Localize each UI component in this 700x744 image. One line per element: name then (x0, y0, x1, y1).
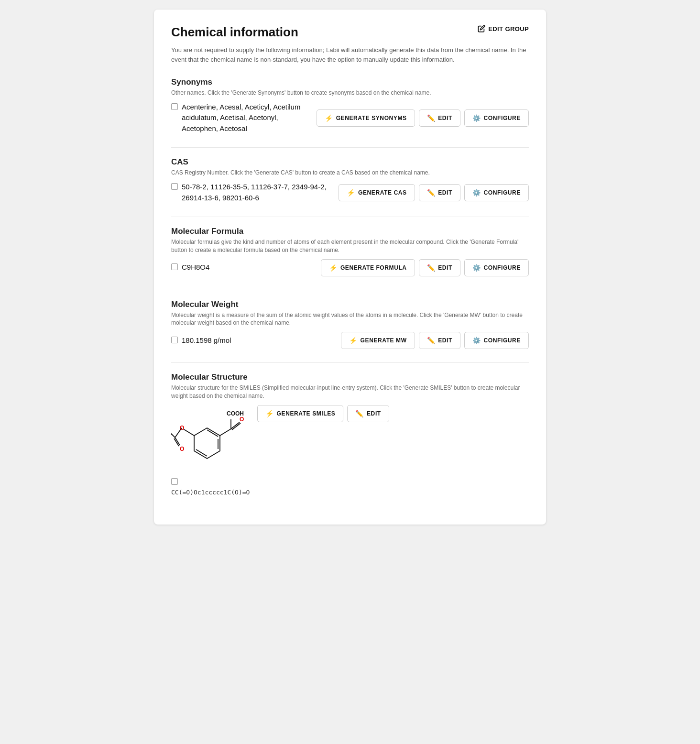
svg-line-4 (220, 429, 231, 436)
molecular-weight-title: Molecular Weight (171, 300, 529, 309)
generate-smiles-button[interactable]: ⚡ GENERATE SMILES (257, 405, 343, 422)
molecular-formula-section: Molecular Formula Molecular formulas giv… (171, 227, 529, 276)
smiles-checkbox-row (171, 477, 529, 485)
synonyms-value-area: Acenterine, Acesal, Aceticyl, Acetilum a… (171, 102, 312, 134)
molecular-formula-edit-button[interactable]: ✏️ EDIT (419, 259, 460, 276)
generate-synonyms-button[interactable]: ⚡ GENERATE SYNONYMS (317, 109, 415, 127)
lightning-icon: ⚡ (347, 189, 355, 197)
aspirin-structure-svg: O COOH O O (171, 405, 248, 472)
cas-row: 50-78-2, 11126-35-5, 11126-37-7, 2349-94… (171, 182, 529, 203)
molecular-formula-value-area: C9H8O4 (171, 262, 316, 273)
synonyms-edit-button[interactable]: ✏️ EDIT (419, 109, 460, 127)
divider-4 (171, 362, 529, 363)
divider-3 (171, 290, 529, 290)
molecular-structure-content: O COOH O O (171, 405, 529, 474)
cas-value-area: 50-78-2, 11126-35-5, 11126-37-7, 2349-94… (171, 182, 334, 203)
smiles-value: CC(=O)Oc1ccccc1C(O)=O (171, 489, 529, 496)
edit-icon: ✏️ (355, 410, 364, 417)
molecular-formula-title: Molecular Formula (171, 227, 529, 236)
divider-1 (171, 147, 529, 148)
gear-icon: ⚙️ (472, 189, 481, 197)
structure-image: O COOH O O (171, 405, 248, 474)
molecular-structure-checkbox[interactable] (171, 478, 178, 485)
molecular-weight-checkbox[interactable] (171, 337, 178, 343)
synonyms-title: Synonyms (171, 77, 529, 87)
svg-line-6 (232, 423, 241, 430)
edit-icon: ✏️ (427, 114, 436, 122)
edit-icon: ✏️ (427, 264, 436, 272)
molecular-formula-description: Molecular formulas give the kind and num… (171, 238, 529, 254)
generate-formula-button[interactable]: ⚡ GENERATE FORMULA (321, 259, 415, 276)
page-subtitle: You are not required to supply the follo… (171, 45, 529, 64)
cas-description: CAS Registry Number. Click the 'Generate… (171, 169, 529, 177)
synonyms-row: Acenterine, Acesal, Aceticyl, Acetilum a… (171, 102, 529, 134)
generate-mw-button[interactable]: ⚡ GENERATE MW (341, 332, 415, 349)
gear-icon: ⚙️ (472, 114, 481, 122)
generate-cas-button[interactable]: ⚡ GENERATE CAS (339, 184, 415, 201)
molecular-weight-edit-button[interactable]: ✏️ EDIT (419, 332, 460, 349)
gear-icon: ⚙️ (472, 337, 481, 344)
molecular-weight-configure-button[interactable]: ⚙️ CONFIGURE (464, 332, 529, 349)
molecular-formula-row: C9H8O4 ⚡ GENERATE FORMULA ✏️ EDIT ⚙️ CON… (171, 259, 529, 276)
svg-marker-0 (194, 428, 220, 459)
svg-line-16 (171, 432, 175, 438)
synonyms-section: Synonyms Other names. Click the 'Generat… (171, 77, 529, 134)
svg-text:O: O (180, 446, 184, 452)
svg-line-12 (175, 428, 182, 438)
molecular-weight-value: 180.1598 g/mol (182, 335, 336, 346)
synonyms-value: Acenterine, Acesal, Aceticyl, Acetilum a… (182, 102, 312, 134)
cas-edit-button[interactable]: ✏️ EDIT (419, 184, 460, 201)
svg-text:O: O (240, 416, 244, 423)
cas-checkbox[interactable] (171, 183, 178, 190)
gear-icon: ⚙️ (472, 264, 481, 272)
structure-right: ⚡ GENERATE SMILES ✏️ EDIT (257, 405, 529, 422)
pencil-icon (478, 25, 485, 33)
cas-title: CAS (171, 157, 529, 167)
svg-text:COOH: COOH (227, 410, 244, 417)
molecular-structure-edit-button[interactable]: ✏️ EDIT (347, 405, 389, 422)
synonyms-btn-group: ⚡ GENERATE SYNONYMS ✏️ EDIT ⚙️ CONFIGURE (317, 109, 529, 127)
molecular-weight-description: Molecular weight is a measure of the sum… (171, 311, 529, 328)
cas-section: CAS CAS Registry Number. Click the 'Gene… (171, 157, 529, 203)
molecular-formula-btn-group: ⚡ GENERATE FORMULA ✏️ EDIT ⚙️ CONFIGURE (321, 259, 529, 276)
chemical-information-card: Chemical information EDIT GROUP You are … (154, 10, 546, 525)
lightning-icon: ⚡ (325, 114, 333, 122)
molecular-structure-title: Molecular Structure (171, 372, 529, 382)
cas-configure-button[interactable]: ⚙️ CONFIGURE (464, 184, 529, 201)
synonyms-checkbox[interactable] (171, 103, 178, 110)
page-title: Chemical information (171, 25, 298, 40)
edit-icon: ✏️ (427, 337, 436, 344)
lightning-icon: ⚡ (265, 410, 274, 417)
molecular-weight-value-area: 180.1598 g/mol (171, 335, 336, 346)
structure-btn-row: ⚡ GENERATE SMILES ✏️ EDIT (257, 405, 529, 422)
synonyms-description: Other names. Click the 'Generate Synonym… (171, 89, 529, 97)
molecular-weight-row: 180.1598 g/mol ⚡ GENERATE MW ✏️ EDIT ⚙️ … (171, 332, 529, 349)
edit-icon: ✏️ (427, 189, 436, 197)
cas-value: 50-78-2, 11126-35-5, 11126-37-7, 2349-94… (182, 182, 334, 203)
molecular-formula-configure-button[interactable]: ⚙️ CONFIGURE (464, 259, 529, 276)
molecular-formula-value: C9H8O4 (182, 262, 316, 273)
molecular-structure-description: Molecular structure for the SMILES (Simp… (171, 384, 529, 400)
molecular-formula-checkbox[interactable] (171, 263, 178, 270)
svg-line-5 (231, 422, 240, 429)
synonyms-configure-button[interactable]: ⚙️ CONFIGURE (464, 109, 529, 127)
edit-group-label: EDIT GROUP (488, 25, 529, 33)
svg-line-10 (183, 429, 194, 436)
molecular-structure-section: Molecular Structure Molecular structure … (171, 372, 529, 496)
cas-btn-group: ⚡ GENERATE CAS ✏️ EDIT ⚙️ CONFIGURE (339, 184, 529, 201)
card-header: Chemical information EDIT GROUP (171, 25, 529, 40)
divider-2 (171, 217, 529, 217)
lightning-icon: ⚡ (329, 264, 338, 272)
molecular-weight-btn-group: ⚡ GENERATE MW ✏️ EDIT ⚙️ CONFIGURE (341, 332, 529, 349)
molecular-weight-section: Molecular Weight Molecular weight is a m… (171, 300, 529, 350)
lightning-icon: ⚡ (349, 337, 358, 344)
edit-group-button[interactable]: EDIT GROUP (478, 25, 529, 33)
